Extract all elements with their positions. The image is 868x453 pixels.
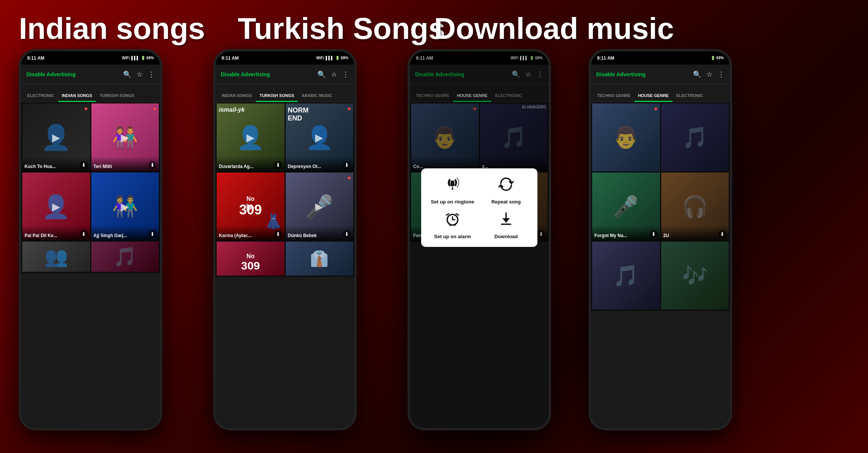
battery-icon-2: 🔋 69% (335, 56, 348, 60)
phone-3-screen: 9:11 AM WiFi ▌▌▌ 🔋 69% Disable Advertisi… (410, 51, 549, 428)
disable-advertising-1[interactable]: Disable Advertising (26, 71, 75, 77)
disable-advertising-2[interactable]: Disable Advertising (221, 71, 270, 77)
more-icon-2[interactable]: ⋮ (342, 70, 349, 79)
signal-icon: ▌▌▌ (131, 56, 139, 60)
svg-rect-0 (451, 180, 454, 186)
menu-item-repeat[interactable]: Repeat song (482, 176, 530, 205)
search-icon-2[interactable]: 🔍 (317, 70, 326, 79)
tab-turkish-songs-2[interactable]: TURKISH SONGS (256, 90, 298, 102)
top-bar-2: Disable Advertising 🔍 ☆ ⋮ (215, 65, 354, 84)
tabs-1: ELECTRONIC INDIAN SONGS TURKISH SONGS (21, 84, 160, 102)
tab-house-4[interactable]: HOUSE GENRE (634, 90, 673, 102)
menu-item-download[interactable]: Download (482, 211, 530, 239)
tab-indian-songs-2[interactable]: INDIAN SONGS (218, 90, 256, 102)
top-icons-2: 🔍 ☆ ⋮ (317, 70, 349, 79)
song-item-1-2[interactable]: 👫 ♥ ▶ Teri Mitti ⬇ (91, 103, 159, 171)
context-menu: Set up on ringtone Repeat song (421, 168, 537, 247)
download-btn-1-1[interactable]: ⬇ (80, 161, 88, 169)
song-item-2-6[interactable]: 👔 (286, 242, 354, 276)
song-item-1-6[interactable]: 🎵 (91, 242, 159, 272)
song-item-1-5[interactable]: 👥 (22, 242, 90, 272)
ringtone-label: Set up on ringtone (431, 199, 474, 205)
svg-point-1 (452, 188, 453, 190)
star-icon-1[interactable]: ☆ (137, 70, 143, 79)
download-btn-2-1[interactable]: ⬇ (274, 161, 282, 169)
play-btn-2-1[interactable]: ▶ (246, 131, 255, 144)
tab-turkish-songs-1[interactable]: TURKISH SONGS (96, 90, 138, 102)
status-icons-4: 🔋 69% (711, 56, 724, 60)
heart-icon-2-4: ♥ (348, 175, 351, 182)
menu-item-ringtone[interactable]: Set up on ringtone (429, 176, 476, 205)
download-btn-2-4[interactable]: ⬇ (343, 230, 351, 238)
song-item-2-5[interactable]: No309 (217, 242, 285, 276)
status-bar-1: 9:11 AM WiFi ▌▌▌ 🔋 69% (21, 51, 160, 65)
top-icons-1: 🔍 ☆ ⋮ (123, 70, 155, 79)
song-item-4-2[interactable]: 🎵 (661, 103, 729, 171)
song-item-2-4[interactable]: 🎤 ♥ ▶ Dünkü Bebek ⬇ (286, 173, 354, 240)
alarm-icon (444, 211, 461, 231)
play-btn-2-4[interactable]: ▶ (315, 200, 323, 213)
heart-icon-1-2: ♥ (153, 106, 157, 112)
signal-icon-2: ▌▌▌ (326, 56, 334, 60)
status-icons-2: WiFi ▌▌▌ 🔋 69% (316, 56, 348, 60)
song-item-4-6[interactable]: 🎶 (661, 242, 729, 310)
battery-icon: 🔋 69% (141, 56, 154, 60)
download-btn-1-3[interactable]: ⬇ (80, 230, 88, 238)
ringtone-icon (444, 176, 461, 196)
section-title-indian: Indian songs (19, 11, 205, 46)
tab-elec-4[interactable]: ELECTRONIC (673, 90, 707, 102)
tab-arabic-music-2[interactable]: ARABIC MUSIC (298, 90, 336, 102)
song-item-1-3[interactable]: 👤 ▶ Pal Pal Dil Ke... ⬇ (22, 173, 90, 240)
tab-indian-songs-1[interactable]: INDIAN SONGS (58, 90, 96, 102)
alarm-label: Set up on alarm (434, 234, 471, 239)
search-icon-1[interactable]: 🔍 (123, 70, 131, 79)
status-bar-2: 9:11 AM WiFi ▌▌▌ 🔋 69% (215, 51, 354, 65)
play-btn-2-2[interactable]: ▶ (315, 131, 323, 144)
song-item-2-2[interactable]: 👤 NORMEND ♥ ▶ Depresyon Ot... ⬇ (286, 103, 354, 171)
more-icon-1[interactable]: ⋮ (148, 70, 155, 79)
play-btn-1-3[interactable]: ▶ (52, 200, 60, 213)
section-title-turkish: Turkish Songs (238, 11, 445, 46)
play-btn-1-2[interactable]: ▶ (121, 131, 129, 144)
song-grid-2: 👤 ismail-yk ▶ Duvarlarda Ag... ⬇ 👤 NORME… (215, 102, 354, 277)
search-icon-4[interactable]: 🔍 (693, 70, 701, 79)
play-btn-2-3[interactable]: ▶ (246, 200, 255, 213)
song-item-2-1[interactable]: 👤 ismail-yk ▶ Duvarlarda Ag... ⬇ (217, 103, 285, 171)
star-icon-4[interactable]: ☆ (706, 70, 713, 79)
song-item-4-5[interactable]: 🎵 (592, 242, 660, 310)
phone-2-screen: 9:11 AM WiFi ▌▌▌ 🔋 69% Disable Advertisi… (215, 51, 354, 428)
top-bar-1: Disable Advertising 🔍 ☆ ⋮ (21, 65, 160, 84)
star-icon-2[interactable]: ☆ (331, 70, 337, 79)
status-bar-4: 9:11 AM 🔋 69% (591, 51, 730, 65)
wifi-icon: WiFi (122, 56, 130, 60)
download-btn-2-2[interactable]: ⬇ (343, 161, 351, 169)
song-item-2-3[interactable]: No309 👗 ▶ Karma (Aytac... ⬇ (217, 173, 285, 240)
song-item-4-1[interactable]: 👨 ♥ (592, 103, 660, 171)
disable-advertising-4[interactable]: Disable Advertising (596, 71, 645, 77)
phone-1: 9:11 AM WiFi ▌▌▌ 🔋 69% Disable Advertisi… (19, 49, 162, 430)
download-btn-1-2[interactable]: ⬇ (148, 161, 157, 169)
song-grid-1: 👤 ♥ ▶ Kuch To Hua... ⬇ 👫 ♥ ▶ Teri Mitti … (21, 102, 160, 273)
status-time-4: 9:11 AM (597, 55, 614, 61)
tab-techno-4[interactable]: TECHNO GENRE (593, 90, 634, 102)
phone-2: 9:11 AM WiFi ▌▌▌ 🔋 69% Disable Advertisi… (213, 49, 357, 430)
song-item-1-1[interactable]: 👤 ♥ ▶ Kuch To Hua... ⬇ (22, 103, 90, 171)
tab-electronic-1[interactable]: ELECTRONIC (23, 90, 58, 102)
download-btn-4-3[interactable]: ⬇ (649, 230, 658, 238)
song-item-1-4[interactable]: 👫 ▶ Ajj Singh Garj... ⬇ (91, 173, 159, 240)
top-bar-4: Disable Advertising 🔍 ☆ ⋮ (591, 65, 730, 84)
status-icons-1: WiFi ▌▌▌ 🔋 69% (122, 56, 154, 60)
play-btn-1-4[interactable]: ▶ (121, 200, 129, 213)
download-btn-4-4[interactable]: ⬇ (718, 230, 726, 238)
play-btn-1-1[interactable]: ▶ (52, 131, 60, 144)
song-item-4-3[interactable]: 🎤 Forgot My Na... ⬇ (592, 173, 660, 240)
tabs-4: TECHNO GENRE HOUSE GENRE ELECTRONIC (591, 84, 730, 102)
menu-item-alarm[interactable]: Set up on alarm (429, 211, 476, 239)
more-icon-4[interactable]: ⋮ (718, 70, 725, 79)
download-btn-2-3[interactable]: ⬇ (274, 230, 282, 238)
heart-icon-2-2: ♥ (348, 106, 351, 112)
song-item-4-4[interactable]: 🎧 2U ⬇ (661, 173, 729, 240)
heart-icon-4-1: ♥ (654, 106, 658, 112)
tabs-2: INDIAN SONGS TURKISH SONGS ARABIC MUSIC (215, 84, 354, 102)
download-btn-1-4[interactable]: ⬇ (148, 230, 157, 238)
